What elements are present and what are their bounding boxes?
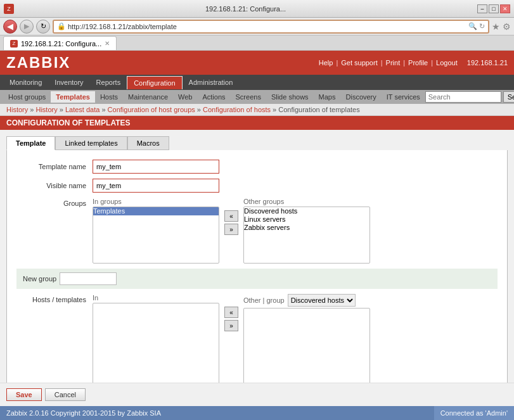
template-name-label: Template name	[16, 163, 93, 170]
settings-btn[interactable]: ⚙	[503, 22, 511, 32]
in-hosts-list[interactable]	[93, 303, 219, 383]
breadcrumb-host-groups[interactable]: Configuration of host groups	[108, 106, 195, 113]
fav-btn[interactable]: ★	[492, 22, 500, 32]
in-hosts-label: In	[93, 294, 219, 302]
save-button[interactable]: Save	[6, 388, 42, 401]
tab-close-btn[interactable]: ✕	[105, 40, 110, 47]
breadcrumb-latest[interactable]: Latest data	[65, 106, 100, 113]
logout-link[interactable]: Logout	[436, 59, 458, 67]
sub-nav: Host groups Templates Hosts Maintenance …	[0, 90, 514, 104]
nav-monitoring[interactable]: Monitoring	[3, 76, 48, 89]
other-groups-label: Other groups	[243, 198, 370, 205]
hosts-move-left-btn[interactable]: «	[224, 307, 238, 318]
subnav-discovery[interactable]: Discovery	[341, 91, 382, 103]
subnav-maps[interactable]: Maps	[314, 91, 341, 103]
subnav-screens[interactable]: Screens	[231, 91, 266, 103]
address-bar: ◀ ▶ ↻ 🔒 http://192.168.1.21/zabbix/templ…	[0, 18, 514, 35]
subnav-web[interactable]: Web	[173, 91, 197, 103]
tab-linked-templates[interactable]: Linked templates	[55, 136, 127, 150]
ssl-icon: 🔒	[57, 22, 66, 30]
other-hosts-section: Other | group Discovered hosts Linux ser…	[243, 294, 370, 383]
other-group-select[interactable]: Discovered hosts Linux servers Templates…	[288, 294, 356, 307]
other-hosts-header: Other | group Discovered hosts Linux ser…	[243, 294, 370, 307]
groups-label: Groups	[16, 198, 93, 207]
main-nav: Monitoring Inventory Reports Configurati…	[0, 75, 514, 90]
tab-template[interactable]: Template	[6, 136, 55, 150]
subnav-templates[interactable]: Templates	[51, 91, 95, 103]
hosts-label: Hosts / templates	[16, 294, 93, 303]
help-link[interactable]: Help	[319, 59, 333, 67]
window-title: 192.168.1.21: Configura...	[205, 5, 286, 13]
maximize-btn[interactable]: □	[489, 4, 499, 13]
browser-icon: Z	[4, 4, 14, 14]
back-button[interactable]: ◀	[3, 20, 17, 34]
page-title: CONFIGURATION OF TEMPLATES	[0, 116, 514, 130]
hosts-move-right-btn[interactable]: »	[224, 320, 238, 331]
copyright-text: Zabbix 2.0.16 Copyright 2001-2015 by Zab…	[0, 409, 167, 417]
search-icon: 🔍	[468, 22, 477, 30]
search-area: Search	[425, 91, 514, 103]
hosts-content: In « » Other | group Discovered hosts	[93, 294, 370, 383]
breadcrumb-hosts[interactable]: Configuration of hosts	[203, 106, 271, 113]
breadcrumb-history2[interactable]: History	[35, 106, 57, 113]
in-groups-list[interactable]: Templates	[93, 207, 219, 264]
subnav-host-groups[interactable]: Host groups	[3, 91, 51, 103]
subnav-actions[interactable]: Actions	[197, 91, 230, 103]
footer-buttons: Save Cancel	[0, 383, 514, 406]
visible-name-label: Visible name	[16, 182, 93, 189]
app-footer: Zabbix 2.0.16 Copyright 2001-2015 by Zab…	[0, 406, 514, 420]
template-name-input[interactable]	[93, 160, 219, 174]
refresh-icon[interactable]: ↻	[479, 22, 485, 30]
address-text[interactable]: http://192.168.1.21/zabbix/template	[68, 23, 466, 30]
nav-reports[interactable]: Reports	[90, 76, 127, 89]
forward-button[interactable]: ▶	[20, 20, 34, 34]
subnav-hosts[interactable]: Hosts	[95, 91, 123, 103]
tab-macros[interactable]: Macros	[127, 136, 169, 150]
zabbix-app: ZABBIX Help | Get support | Print | Prof…	[0, 51, 514, 420]
minimize-btn[interactable]: –	[477, 4, 487, 13]
server-ip: 192.168.1.21	[467, 59, 508, 67]
profile-link[interactable]: Profile	[408, 59, 428, 67]
other-group-linux[interactable]: Linux servers	[244, 215, 369, 224]
groups-move-right-btn[interactable]: »	[224, 224, 238, 235]
other-groups-list[interactable]: Discovered hosts Linux servers Zabbix se…	[243, 207, 370, 264]
breadcrumb: History » History » Latest data » Config…	[0, 104, 514, 116]
browser-titlebar: Z 192.168.1.21: Configura... – □ ✕	[0, 0, 514, 18]
other-hosts-list[interactable]	[243, 308, 370, 383]
browser-tab-active[interactable]: Z 192.168.1.21: Configura... ✕	[3, 36, 117, 50]
other-hosts-label: Other | group	[243, 296, 285, 304]
breadcrumb-current: Configuration of templates	[278, 106, 359, 113]
tab-favicon: Z	[10, 40, 18, 48]
refresh-button[interactable]: ↻	[36, 20, 50, 34]
content-area: Template Linked templates Macros Templat…	[0, 130, 514, 383]
in-group-templates[interactable]: Templates	[93, 207, 219, 215]
template-name-row: Template name	[16, 160, 498, 174]
visible-name-row: Visible name	[16, 179, 498, 193]
nav-administration[interactable]: Administration	[183, 76, 240, 89]
groups-move-left-btn[interactable]: «	[224, 210, 238, 222]
subnav-slide-shows[interactable]: Slide shows	[266, 91, 314, 103]
zabbix-header: ZABBIX Help | Get support | Print | Prof…	[0, 51, 514, 75]
other-group-discovered[interactable]: Discovered hosts	[244, 207, 369, 215]
get-support-link[interactable]: Get support	[341, 59, 377, 67]
breadcrumb-history1[interactable]: History	[6, 106, 28, 113]
search-button[interactable]: Search	[503, 91, 514, 103]
new-group-input[interactable]	[60, 272, 117, 285]
tab-content: Template name Visible name Groups In gro…	[6, 150, 508, 383]
window-controls: – □ ✕	[477, 4, 510, 13]
subnav-maintenance[interactable]: Maintenance	[123, 91, 173, 103]
hosts-arrows: « »	[222, 307, 240, 331]
cancel-button[interactable]: Cancel	[45, 388, 86, 401]
visible-name-input[interactable]	[93, 179, 219, 193]
in-groups-label: In groups	[93, 198, 219, 205]
tab-title-text: 192.168.1.21: Configura...	[21, 40, 101, 48]
nav-configuration[interactable]: Configuration	[127, 76, 182, 89]
other-group-zabbix[interactable]: Zabbix servers	[244, 224, 369, 232]
print-link[interactable]: Print	[386, 59, 401, 67]
close-btn[interactable]: ✕	[500, 4, 510, 13]
search-input[interactable]	[425, 91, 501, 103]
subnav-it-services[interactable]: IT services	[382, 91, 425, 103]
nav-inventory[interactable]: Inventory	[48, 76, 89, 89]
address-input-wrap: 🔒 http://192.168.1.21/zabbix/template 🔍 …	[53, 20, 489, 34]
connected-status: Connected as 'Admin'	[434, 406, 514, 420]
